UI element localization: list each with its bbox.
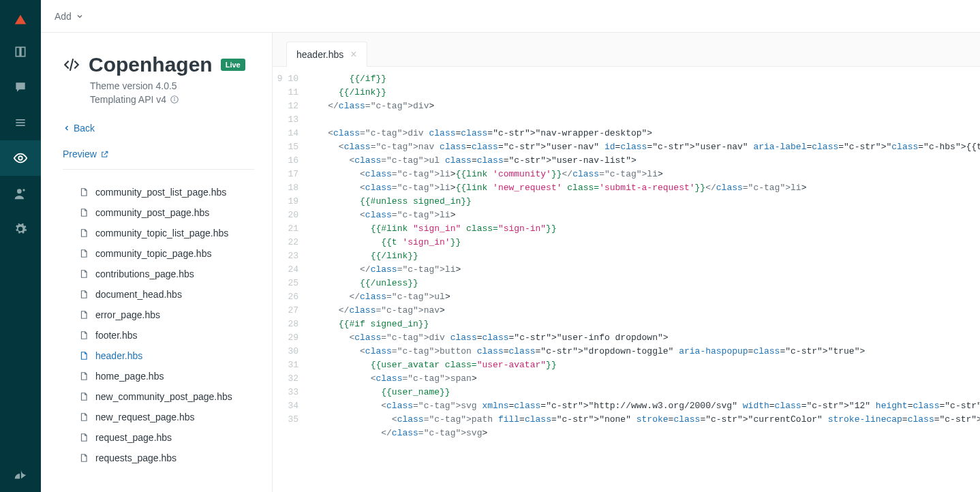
rail-eye-icon[interactable] bbox=[0, 140, 41, 176]
back-link[interactable]: Back bbox=[63, 123, 254, 134]
sidebar: Copenhagen Live Theme version 4.0.5 Temp… bbox=[41, 33, 273, 492]
file-item[interactable]: footer.hbs bbox=[63, 325, 254, 345]
file-item[interactable]: error_page.hbs bbox=[63, 305, 254, 325]
file-item[interactable]: community_post_page.hbs bbox=[63, 202, 254, 223]
logo-icon[interactable] bbox=[0, 7, 41, 34]
file-item[interactable]: home_page.hbs bbox=[63, 366, 254, 386]
rail-gear-icon[interactable] bbox=[0, 211, 41, 247]
live-badge: Live bbox=[221, 59, 245, 71]
file-item[interactable]: community_topic_page.hbs bbox=[63, 243, 254, 264]
file-icon bbox=[79, 391, 89, 402]
file-list: community_post_list_page.hbscommunity_po… bbox=[63, 182, 254, 468]
file-icon bbox=[79, 452, 89, 463]
chevron-left-icon bbox=[63, 124, 71, 132]
file-item[interactable]: community_topic_list_page.hbs bbox=[63, 223, 254, 243]
close-icon[interactable]: × bbox=[350, 49, 356, 60]
topbar: Add Help Centre bbox=[41, 0, 980, 33]
file-item[interactable]: header.hbs bbox=[63, 345, 254, 366]
tab-header-hbs[interactable]: header.hbs × bbox=[286, 42, 367, 67]
code-lines[interactable]: {{/if}} {{/link}} </class="c-tag">div> <… bbox=[307, 72, 980, 492]
file-icon bbox=[79, 248, 89, 259]
file-icon bbox=[79, 268, 89, 279]
rail-user-icon[interactable] bbox=[0, 176, 41, 211]
theme-name: Copenhagen bbox=[89, 53, 213, 76]
file-icon bbox=[79, 309, 89, 320]
rail-zendesk-icon[interactable] bbox=[0, 457, 41, 492]
preview-link[interactable]: Preview bbox=[63, 149, 254, 170]
theme-version: Theme version 4.0.5 bbox=[90, 80, 254, 91]
svg-point-16 bbox=[174, 97, 175, 98]
code-area[interactable]: 9 10 11 12 13 14 15 16 17 18 19 20 21 22… bbox=[273, 67, 980, 492]
svg-rect-1 bbox=[21, 47, 25, 56]
rail-comment-icon[interactable] bbox=[0, 70, 41, 105]
svg-rect-0 bbox=[16, 47, 20, 56]
theme-api: Templating API v4 bbox=[90, 94, 254, 105]
file-icon bbox=[79, 187, 89, 198]
chevron-down-icon bbox=[76, 12, 84, 20]
svg-point-5 bbox=[18, 156, 22, 160]
file-item[interactable]: request_page.hbs bbox=[63, 427, 254, 448]
file-icon bbox=[79, 330, 89, 341]
code-icon bbox=[63, 56, 80, 74]
file-icon bbox=[79, 350, 89, 361]
add-button[interactable]: Add bbox=[55, 11, 84, 22]
file-item[interactable]: new_community_post_page.hbs bbox=[63, 386, 254, 407]
svg-point-7 bbox=[22, 189, 25, 191]
gutter: 9 10 11 12 13 14 15 16 17 18 19 20 21 22… bbox=[273, 72, 307, 492]
rail-layout-icon[interactable] bbox=[0, 105, 41, 140]
file-item[interactable]: new_request_page.hbs bbox=[63, 407, 254, 427]
file-icon bbox=[79, 289, 89, 300]
rail-book-icon[interactable] bbox=[0, 34, 41, 70]
info-icon bbox=[170, 95, 179, 104]
file-icon bbox=[79, 207, 89, 218]
file-item[interactable]: document_head.hbs bbox=[63, 284, 254, 305]
file-icon bbox=[79, 371, 89, 382]
tab-label: header.hbs bbox=[296, 49, 343, 60]
add-label: Add bbox=[55, 11, 72, 22]
tab-bar: header.hbs × bbox=[273, 33, 980, 67]
file-item[interactable]: community_post_list_page.hbs bbox=[63, 182, 254, 202]
nav-rail bbox=[0, 0, 41, 492]
file-icon bbox=[79, 412, 89, 422]
file-item[interactable]: requests_page.hbs bbox=[63, 448, 254, 468]
external-link-icon bbox=[100, 150, 109, 159]
file-icon bbox=[79, 228, 89, 239]
svg-point-6 bbox=[17, 189, 22, 194]
file-icon bbox=[79, 432, 89, 443]
file-item[interactable]: contributions_page.hbs bbox=[63, 264, 254, 284]
editor: header.hbs × Publish 9 10 11 12 13 14 15… bbox=[273, 33, 980, 492]
